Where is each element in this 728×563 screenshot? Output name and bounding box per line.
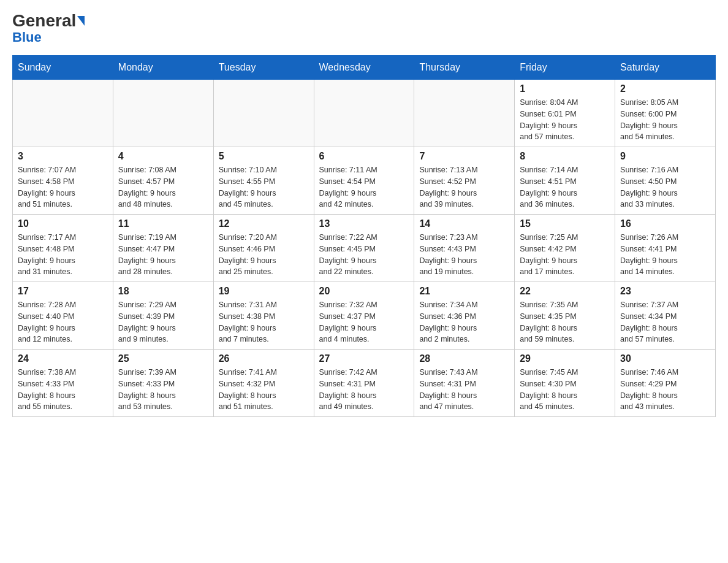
calendar-cell [13, 80, 113, 147]
day-info: Sunrise: 7:26 AM Sunset: 4:41 PM Dayligh… [620, 232, 710, 278]
calendar-table: SundayMondayTuesdayWednesdayThursdayFrid… [12, 55, 716, 417]
day-number: 7 [419, 151, 509, 162]
day-info: Sunrise: 7:16 AM Sunset: 4:50 PM Dayligh… [620, 164, 710, 210]
day-info: Sunrise: 7:31 AM Sunset: 4:38 PM Dayligh… [219, 299, 309, 345]
day-number: 17 [18, 286, 108, 297]
day-info: Sunrise: 7:39 AM Sunset: 4:33 PM Dayligh… [118, 367, 208, 413]
logo-general: General [12, 12, 76, 29]
day-info: Sunrise: 7:25 AM Sunset: 4:42 PM Dayligh… [520, 232, 610, 278]
day-number: 13 [319, 218, 409, 229]
calendar-cell [113, 80, 213, 147]
weekday-header-monday: Monday [113, 56, 213, 80]
day-info: Sunrise: 7:11 AM Sunset: 4:54 PM Dayligh… [319, 164, 409, 210]
weekday-header-thursday: Thursday [414, 56, 515, 80]
day-number: 23 [620, 286, 710, 297]
calendar-cell: 15Sunrise: 7:25 AM Sunset: 4:42 PM Dayli… [515, 215, 615, 282]
day-info: Sunrise: 7:13 AM Sunset: 4:52 PM Dayligh… [419, 164, 509, 210]
day-number: 3 [18, 151, 108, 162]
calendar-cell: 5Sunrise: 7:10 AM Sunset: 4:55 PM Daylig… [213, 147, 314, 215]
day-info: Sunrise: 7:29 AM Sunset: 4:39 PM Dayligh… [118, 299, 208, 345]
calendar-cell: 3Sunrise: 7:07 AM Sunset: 4:58 PM Daylig… [13, 147, 113, 215]
day-number: 28 [419, 353, 509, 364]
day-number: 27 [319, 353, 409, 364]
logo-triangle-icon [77, 16, 85, 26]
week-row-4: 17Sunrise: 7:28 AM Sunset: 4:40 PM Dayli… [13, 282, 716, 350]
day-number: 12 [219, 218, 309, 229]
calendar-cell [414, 80, 515, 147]
day-info: Sunrise: 7:22 AM Sunset: 4:45 PM Dayligh… [319, 232, 409, 278]
calendar-cell: 16Sunrise: 7:26 AM Sunset: 4:41 PM Dayli… [615, 215, 716, 282]
day-number: 30 [620, 353, 710, 364]
day-info: Sunrise: 7:34 AM Sunset: 4:36 PM Dayligh… [419, 299, 509, 345]
calendar-cell: 6Sunrise: 7:11 AM Sunset: 4:54 PM Daylig… [314, 147, 414, 215]
weekday-header-wednesday: Wednesday [314, 56, 414, 80]
day-number: 21 [419, 286, 509, 297]
day-number: 6 [319, 151, 409, 162]
weekday-header-friday: Friday [515, 56, 615, 80]
weekday-header-row: SundayMondayTuesdayWednesdayThursdayFrid… [13, 56, 716, 80]
calendar-cell: 10Sunrise: 7:17 AM Sunset: 4:48 PM Dayli… [13, 215, 113, 282]
calendar-cell: 22Sunrise: 7:35 AM Sunset: 4:35 PM Dayli… [515, 282, 615, 350]
calendar-cell: 1Sunrise: 8:04 AM Sunset: 6:01 PM Daylig… [515, 80, 615, 147]
week-row-2: 3Sunrise: 7:07 AM Sunset: 4:58 PM Daylig… [13, 147, 716, 215]
day-number: 25 [118, 353, 208, 364]
calendar-cell: 27Sunrise: 7:42 AM Sunset: 4:31 PM Dayli… [314, 350, 414, 417]
day-number: 29 [520, 353, 610, 364]
day-number: 16 [620, 218, 710, 229]
weekday-header-saturday: Saturday [615, 56, 716, 80]
day-number: 14 [419, 218, 509, 229]
day-info: Sunrise: 7:42 AM Sunset: 4:31 PM Dayligh… [319, 367, 409, 413]
week-row-1: 1Sunrise: 8:04 AM Sunset: 6:01 PM Daylig… [13, 80, 716, 147]
day-info: Sunrise: 7:20 AM Sunset: 4:46 PM Dayligh… [219, 232, 309, 278]
day-number: 24 [18, 353, 108, 364]
calendar-cell: 23Sunrise: 7:37 AM Sunset: 4:34 PM Dayli… [615, 282, 716, 350]
calendar-cell: 2Sunrise: 8:05 AM Sunset: 6:00 PM Daylig… [615, 80, 716, 147]
day-number: 22 [520, 286, 610, 297]
weekday-header-sunday: Sunday [13, 56, 113, 80]
weekday-header-tuesday: Tuesday [213, 56, 314, 80]
calendar-cell: 20Sunrise: 7:32 AM Sunset: 4:37 PM Dayli… [314, 282, 414, 350]
day-info: Sunrise: 8:05 AM Sunset: 6:00 PM Dayligh… [620, 97, 710, 143]
week-row-5: 24Sunrise: 7:38 AM Sunset: 4:33 PM Dayli… [13, 350, 716, 417]
calendar-cell: 17Sunrise: 7:28 AM Sunset: 4:40 PM Dayli… [13, 282, 113, 350]
day-info: Sunrise: 7:19 AM Sunset: 4:47 PM Dayligh… [118, 232, 208, 278]
calendar-cell: 24Sunrise: 7:38 AM Sunset: 4:33 PM Dayli… [13, 350, 113, 417]
day-number: 10 [18, 218, 108, 229]
logo-blue: Blue [12, 29, 42, 45]
day-info: Sunrise: 7:23 AM Sunset: 4:43 PM Dayligh… [419, 232, 509, 278]
day-info: Sunrise: 7:10 AM Sunset: 4:55 PM Dayligh… [219, 164, 309, 210]
calendar-cell [213, 80, 314, 147]
calendar-cell: 9Sunrise: 7:16 AM Sunset: 4:50 PM Daylig… [615, 147, 716, 215]
day-info: Sunrise: 7:17 AM Sunset: 4:48 PM Dayligh… [18, 232, 108, 278]
week-row-3: 10Sunrise: 7:17 AM Sunset: 4:48 PM Dayli… [13, 215, 716, 282]
day-info: Sunrise: 7:45 AM Sunset: 4:30 PM Dayligh… [520, 367, 610, 413]
day-info: Sunrise: 7:08 AM Sunset: 4:57 PM Dayligh… [118, 164, 208, 210]
day-number: 2 [620, 83, 710, 94]
day-number: 19 [219, 286, 309, 297]
day-number: 4 [118, 151, 208, 162]
calendar-cell [314, 80, 414, 147]
calendar-cell: 18Sunrise: 7:29 AM Sunset: 4:39 PM Dayli… [113, 282, 213, 350]
calendar-cell: 13Sunrise: 7:22 AM Sunset: 4:45 PM Dayli… [314, 215, 414, 282]
day-number: 18 [118, 286, 208, 297]
logo: General Blue [12, 12, 85, 45]
calendar-cell: 30Sunrise: 7:46 AM Sunset: 4:29 PM Dayli… [615, 350, 716, 417]
calendar-cell: 4Sunrise: 7:08 AM Sunset: 4:57 PM Daylig… [113, 147, 213, 215]
calendar-cell: 7Sunrise: 7:13 AM Sunset: 4:52 PM Daylig… [414, 147, 515, 215]
day-info: Sunrise: 7:37 AM Sunset: 4:34 PM Dayligh… [620, 299, 710, 345]
day-info: Sunrise: 8:04 AM Sunset: 6:01 PM Dayligh… [520, 97, 610, 143]
day-number: 15 [520, 218, 610, 229]
calendar-cell: 8Sunrise: 7:14 AM Sunset: 4:51 PM Daylig… [515, 147, 615, 215]
calendar-cell: 11Sunrise: 7:19 AM Sunset: 4:47 PM Dayli… [113, 215, 213, 282]
day-info: Sunrise: 7:35 AM Sunset: 4:35 PM Dayligh… [520, 299, 610, 345]
calendar-cell: 29Sunrise: 7:45 AM Sunset: 4:30 PM Dayli… [515, 350, 615, 417]
day-info: Sunrise: 7:32 AM Sunset: 4:37 PM Dayligh… [319, 299, 409, 345]
day-number: 1 [520, 83, 610, 94]
calendar-cell: 26Sunrise: 7:41 AM Sunset: 4:32 PM Dayli… [213, 350, 314, 417]
day-info: Sunrise: 7:41 AM Sunset: 4:32 PM Dayligh… [219, 367, 309, 413]
day-number: 9 [620, 151, 710, 162]
day-number: 8 [520, 151, 610, 162]
day-info: Sunrise: 7:14 AM Sunset: 4:51 PM Dayligh… [520, 164, 610, 210]
calendar-cell: 28Sunrise: 7:43 AM Sunset: 4:31 PM Dayli… [414, 350, 515, 417]
day-number: 11 [118, 218, 208, 229]
